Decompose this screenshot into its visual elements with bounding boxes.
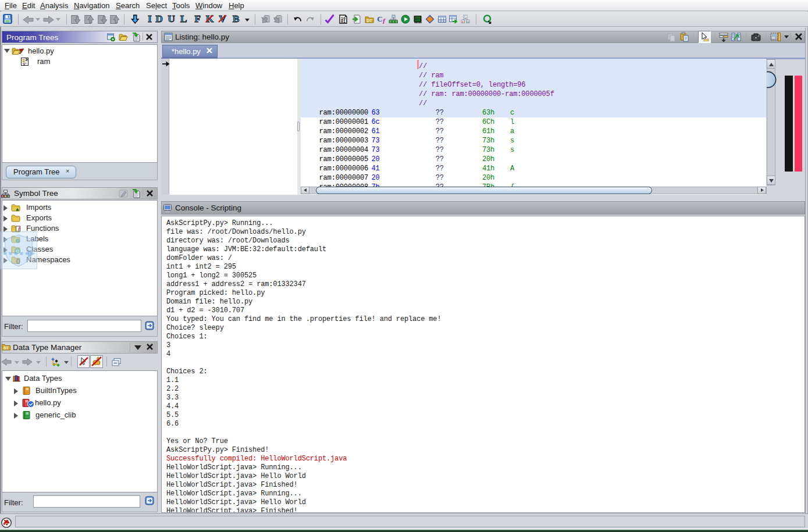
svg-text:F: F — [194, 14, 201, 24]
svg-text:B: B — [233, 14, 240, 24]
svg-text:DT: DT — [3, 346, 9, 350]
svg-text:U: U — [168, 14, 175, 24]
svg-text:L: L — [180, 14, 187, 24]
svg-text:I: I — [148, 14, 152, 24]
svg-text:C: C — [377, 15, 382, 23]
svg-text:DT: DT — [366, 19, 372, 23]
svg-text:f: f — [383, 17, 386, 24]
svg-text:01: 01 — [341, 20, 346, 24]
svg-text:D: D — [155, 14, 163, 24]
